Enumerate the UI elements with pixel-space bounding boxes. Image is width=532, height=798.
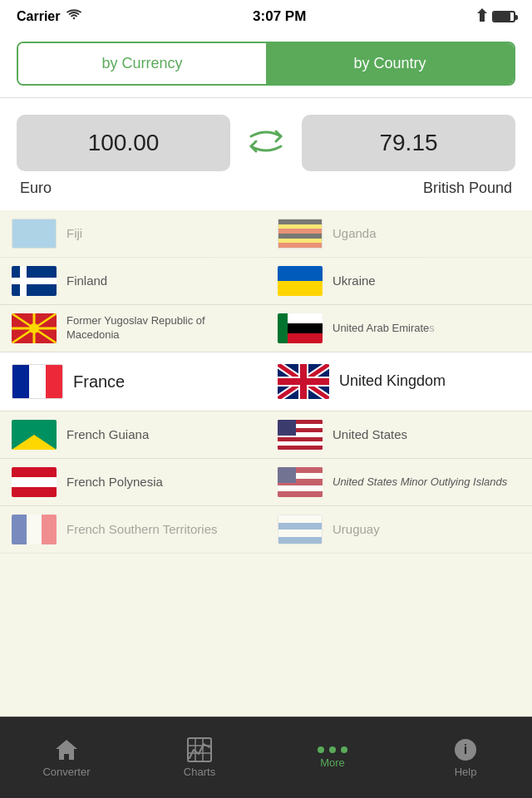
country-french-southern[interactable]: French Southern Territories <box>0 506 266 554</box>
segment-bar: by Currency by Country <box>0 33 532 98</box>
tab-bar: Converter Charts More i Help <box>0 717 532 798</box>
country-us-minor[interactable]: United States Minor Outlying Islands <box>266 459 532 506</box>
france-name: France <box>73 371 125 392</box>
by-currency-tab[interactable]: by Currency <box>18 43 266 84</box>
tab-charts[interactable]: Charts <box>133 717 266 798</box>
uae-flag <box>278 313 323 343</box>
ukraine-flag <box>278 266 323 296</box>
finland-flag <box>12 266 57 296</box>
country-french-guiana[interactable]: French Guiana <box>0 411 266 459</box>
tab-help[interactable]: i Help <box>399 717 532 798</box>
from-currency-label: Euro <box>17 180 229 197</box>
fiji-flag <box>12 219 57 249</box>
macedonia-name: Former Yugoslav Republic of Macedonia <box>66 314 254 342</box>
svg-rect-14 <box>188 738 211 761</box>
to-currency-label: British Pound <box>300 180 515 197</box>
tab-converter[interactable]: Converter <box>0 717 133 798</box>
country-fiji[interactable]: Fiji <box>0 210 266 258</box>
country-macedonia[interactable]: Former Yugoslav Republic of Macedonia <box>0 305 266 352</box>
tab-more[interactable]: More <box>266 717 399 798</box>
french-guiana-flag <box>12 420 57 450</box>
country-us[interactable]: United States <box>266 411 532 459</box>
time-display: 3:07 PM <box>253 8 306 25</box>
more-tab-label: More <box>320 756 345 769</box>
status-right <box>477 8 515 25</box>
wifi-icon <box>66 9 81 24</box>
us-flag <box>278 420 323 450</box>
country-french-polynesia[interactable]: French Polynesia <box>0 459 266 506</box>
currency-labels: Euro British Pound <box>17 180 515 197</box>
home-icon <box>54 737 79 762</box>
ukraine-name: Ukraine <box>332 273 376 289</box>
french-guiana-name: French Guiana <box>66 426 149 443</box>
dot3 <box>341 746 347 753</box>
country-finland[interactable]: Finland <box>0 258 266 305</box>
segment-control: by Currency by Country <box>17 42 515 86</box>
converter-section: 100.00 79.15 Euro British Pound <box>0 98 532 210</box>
swap-spacer <box>242 180 287 197</box>
from-amount[interactable]: 100.00 <box>17 115 230 171</box>
us-minor-flag <box>278 467 323 497</box>
swap-icon <box>248 126 284 160</box>
country-grid: Fiji Uganda Finland <box>0 210 532 554</box>
country-list-section: Fiji Uganda Finland <box>0 210 532 717</box>
country-ukraine[interactable]: Ukraine <box>266 258 532 305</box>
converter-tab-label: Converter <box>42 766 90 778</box>
uae-name: United Arab Emirates <box>332 322 435 336</box>
french-polynesia-flag <box>12 467 57 497</box>
more-icon <box>318 746 347 753</box>
swap-button[interactable] <box>244 121 288 165</box>
country-uk[interactable]: United Kingdom <box>266 352 532 411</box>
uk-flag <box>278 364 329 399</box>
carrier-label: Carrier <box>17 9 60 24</box>
country-uruguay[interactable]: Uruguay <box>266 506 532 554</box>
country-france[interactable]: France <box>0 352 266 411</box>
status-bar: Carrier 3:07 PM <box>0 0 532 33</box>
battery-icon <box>492 11 515 22</box>
help-icon: i <box>453 737 478 762</box>
us-minor-name: United States Minor Outlying Islands <box>332 475 507 490</box>
fiji-name: Fiji <box>66 225 82 242</box>
uganda-name: Uganda <box>332 225 377 242</box>
dot2 <box>329 746 336 753</box>
french-polynesia-name: French Polynesia <box>66 474 163 490</box>
help-tab-label: Help <box>455 766 477 778</box>
uruguay-flag <box>278 515 323 544</box>
finland-name: Finland <box>66 273 107 289</box>
macedonia-flag <box>12 313 57 343</box>
uganda-flag <box>278 219 323 249</box>
french-southern-flag <box>12 515 57 544</box>
svg-rect-13 <box>278 378 329 385</box>
charts-icon <box>187 737 212 762</box>
converter-row: 100.00 79.15 <box>17 115 515 171</box>
by-country-tab[interactable]: by Country <box>266 43 514 84</box>
french-southern-name: French Southern Territories <box>66 521 217 538</box>
uk-name: United Kingdom <box>339 372 446 391</box>
svg-point-4 <box>29 323 39 333</box>
country-uae[interactable]: United Arab Emirates <box>266 305 532 352</box>
main-content: by Currency by Country 100.00 79.15 Euro <box>0 33 532 717</box>
country-uganda[interactable]: Uganda <box>266 210 532 258</box>
status-left: Carrier <box>17 9 81 24</box>
to-amount[interactable]: 79.15 <box>302 115 515 171</box>
charts-tab-label: Charts <box>184 766 215 778</box>
france-flag <box>12 364 63 399</box>
svg-text:i: i <box>464 742 467 756</box>
us-name: United States <box>332 426 407 443</box>
dot1 <box>318 746 324 753</box>
uruguay-name: Uruguay <box>332 521 380 538</box>
location-icon <box>477 8 487 25</box>
